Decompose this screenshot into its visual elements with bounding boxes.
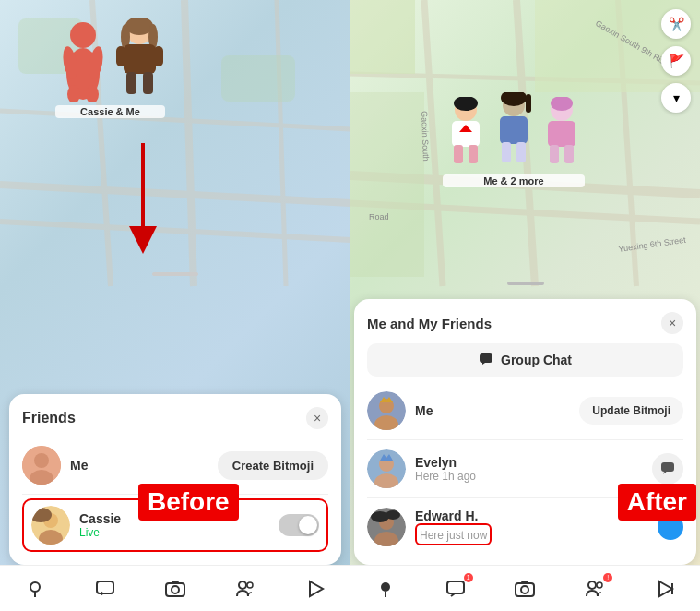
evelyn-avatar [367,449,406,488]
chevron-down-btn[interactable]: ▾ [661,83,691,113]
svg-rect-59 [526,94,531,113]
road-label-4: Road [369,212,389,222]
svg-point-90 [597,582,602,588]
svg-rect-60 [500,116,528,144]
scroll-indicator-right [507,282,544,285]
evelyn-status: Here 1h ago [415,470,643,483]
nav-chat-left[interactable] [92,576,118,602]
road-label-2: Gaoxin South [420,111,431,162]
svg-marker-41 [310,581,323,596]
left-panel: Cassie & Me Friends × Me Create Bitmoji [0,0,350,611]
nav-friends-left[interactable] [232,576,258,602]
create-bitmoji-button[interactable]: Create Bitmoji [218,451,328,480]
friends-header: Friends × [22,407,328,429]
svg-rect-19 [124,44,156,74]
me-info-right: Me [415,403,570,418]
update-bitmoji-button[interactable]: Update Bitmoji [579,397,683,425]
right-panel: Gaoxin South 9th Rise Gaoxin South Yuexi… [350,0,700,611]
friends-title: Friends [22,410,76,426]
evelyn-info: Evelyn Here 1h ago [415,455,643,483]
bottom-nav-left [0,565,350,611]
me-row-right: Me Update Bitmoji [367,386,683,436]
friends-panel: Friends × Me Create Bitmoji [9,394,341,565]
scissors-icon-btn[interactable]: ✂️ [661,9,691,39]
bitmoji-girl2 [491,92,537,171]
nav-friends-right[interactable]: ! [582,576,608,602]
cassie-toggle[interactable] [279,514,319,536]
divider-2 [367,439,683,440]
svg-line-4 [277,0,286,286]
bitmoji-group-left: Cassie & Me [55,18,165,118]
scroll-indicator-left [152,272,198,276]
me-friend-info: Me [70,458,208,473]
svg-rect-55 [454,145,463,163]
evelyn-name: Evelyn [415,455,643,470]
svg-rect-77 [661,462,674,472]
before-label: Before [138,484,239,521]
red-bitmoji [55,18,111,102]
cassie-me-label: Cassie & Me [55,105,165,118]
cassie-status: Live [79,526,269,539]
svg-rect-23 [154,46,163,66]
svg-point-82 [386,510,400,520]
svg-rect-68 [480,353,492,363]
cassie-avatar [31,506,70,545]
edward-status-box: Here just now [415,523,492,545]
svg-rect-65 [548,121,575,147]
bitmoji-group-right: Me & 2 more [443,92,585,187]
svg-rect-61 [502,142,511,162]
evelyn-chat-icon [660,461,675,476]
nav-story-right[interactable] [652,576,678,602]
me-name-right: Me [415,403,570,418]
bitmoji-girl3 [539,97,585,171]
svg-rect-85 [447,581,464,593]
me-avatar-right [367,391,406,430]
svg-line-3 [184,0,194,286]
nav-map-left[interactable] [22,576,48,602]
me-avatar [22,446,61,485]
nav-camera-right[interactable] [512,576,538,602]
me-name: Me [70,458,208,473]
svg-rect-56 [469,145,478,163]
panel-title: Me and My Friends [367,316,492,331]
me-friend-row: Me Create Bitmoji [22,440,328,490]
svg-marker-25 [129,226,157,254]
svg-point-87 [521,586,528,593]
nav-camera-left[interactable] [162,576,188,602]
top-right-icons: ✂️ 🚩 ▾ [661,9,691,113]
flag-icon-btn[interactable]: 🚩 [661,46,691,76]
friends-panel-right: Me and My Friends × Group Chat Me Updat [354,299,696,565]
edward-avatar [367,508,406,546]
friends-close-button[interactable]: × [306,407,328,429]
friends-badge: ! [603,573,612,582]
svg-point-37 [172,586,179,593]
svg-rect-35 [97,581,113,593]
svg-rect-62 [516,142,526,162]
svg-point-83 [381,582,390,592]
chat-badge: 1 [464,573,473,582]
edward-name: Edward H. [415,509,648,523]
svg-point-33 [30,582,40,592]
group-chat-button[interactable]: Group Chat [367,343,683,377]
nav-story-left[interactable] [303,576,328,602]
nav-chat-right[interactable]: 1 [443,576,469,602]
panel-header-right: Me and My Friends × [367,312,683,334]
red-arrow [106,143,180,263]
me-2-more-label: Me & 2 more [443,174,585,187]
svg-rect-20 [126,72,136,94]
svg-rect-67 [564,145,574,163]
after-label: After [618,484,696,521]
svg-marker-91 [659,581,672,596]
chat-bubble-icon [479,353,493,367]
svg-point-89 [588,581,596,589]
group-chat-label: Group Chat [501,353,572,367]
svg-rect-8 [221,55,295,102]
panel-close-button[interactable]: × [661,312,683,334]
evelyn-chat-button[interactable] [652,453,683,485]
nav-map-right[interactable] [373,576,398,602]
svg-rect-38 [172,581,179,584]
girl-bitmoji [114,18,165,102]
bitmoji-girl1 [443,97,489,171]
edward-status: Here just now [420,529,487,542]
svg-line-5 [0,111,350,129]
